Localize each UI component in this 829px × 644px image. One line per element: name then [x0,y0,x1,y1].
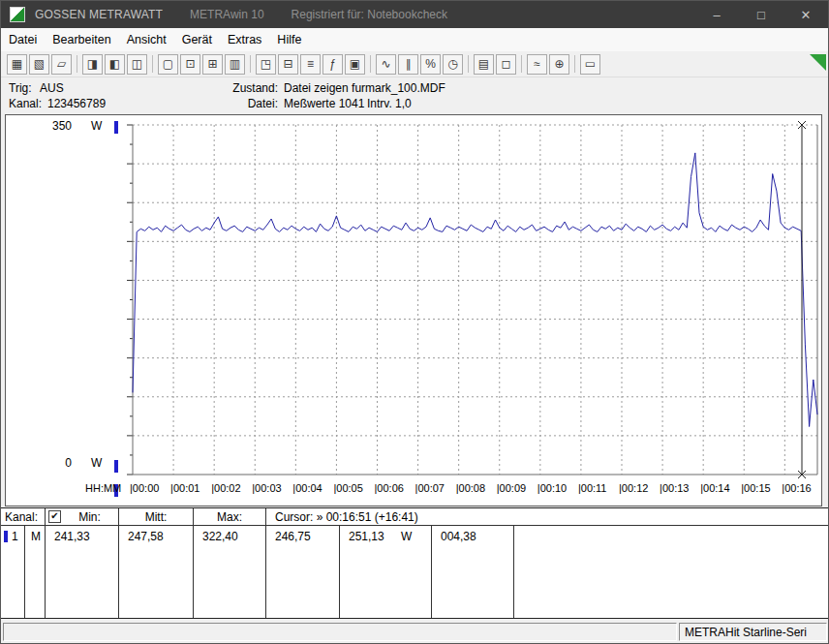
transfer-page-icon[interactable]: ◫ [127,54,147,75]
zoom-signal-icon[interactable]: ≈ [527,54,547,75]
connection-status-triangle-icon [810,54,826,71]
chart-panel: 350 W 0 W HH:MM |00:00|00:01|00:02|00:03… [5,114,822,506]
multimeter-icon[interactable]: ⊡ [180,54,200,75]
x-tick-label: |00:00 [130,482,159,494]
timer-icon[interactable]: ◷ [443,54,463,75]
app-title: METRAwin 10 [190,8,263,21]
comment-icon[interactable]: ▭ [580,54,600,75]
function-icon[interactable]: ƒ [322,54,343,75]
kanal-value: 123456789 [47,97,106,110]
print-icon[interactable]: ▤ [474,54,494,75]
table-view-icon[interactable]: ⊞ [202,54,223,75]
toolbar: ▦▧▱◨◧◫▢⊡⊞▥◳⊟≡ƒ▣∿∥%◷▤◻≈⊕▭ [1,51,828,77]
x-tick-label: |00:12 [619,482,648,494]
interval-value: Intrv. 1,0 [367,97,412,110]
monitor-live-icon[interactable]: ▣ [345,54,365,75]
app-icon [10,7,25,22]
x-tick-label: |00:09 [497,482,526,494]
minimize-button[interactable]: – [694,1,739,28]
x-tick-label: |00:07 [415,482,445,494]
maximize-button[interactable]: □ [739,1,783,28]
min-header-label: Min: [78,510,101,524]
datei-value: Meßwerte 1041 [284,97,364,110]
max-value-cell: 322,40 [194,526,266,618]
power-trace [133,153,817,427]
zoom-icon[interactable]: ⊕ [549,54,569,75]
menu-item-bearbeiten[interactable]: Bearbeiten [45,30,118,49]
kanal-label: Kanal: [9,97,42,110]
menu-item-extras[interactable]: Extras [220,30,269,49]
mitt-value-cell: 247,58 [119,526,194,618]
cursor2-value-cell: 251,13 W [340,526,432,618]
export-page-icon[interactable]: ◨ [82,54,103,75]
delta-value-cell: 004,38 [432,526,514,618]
info-strip: Trig: AUS Kanal: 123456789 Zustand: Date… [1,77,828,114]
statusbar-device-name: METRAHit Starline-Seri [679,623,827,641]
trig-label: Trig: [9,81,32,95]
channel-color-marker [4,531,8,542]
toolbar-separator [77,55,77,73]
channel-number: 1 [12,530,18,543]
zustand-value: Datei zeigen furmark_100.MDF [284,81,445,95]
x-axis-title: HH:MM [85,482,121,494]
metrawin-window: GOSSEN METRAWATT METRAwin 10 Registriert… [0,0,829,644]
empty-cell [514,526,829,618]
print-preview-icon[interactable]: ◻ [496,54,516,75]
menu-item-hilfe[interactable]: Hilfe [269,30,309,49]
device-config-icon[interactable]: ⊟ [278,54,298,75]
menu-item-ansicht[interactable]: Ansicht [119,30,174,49]
x-tick-label: |00:03 [252,482,281,494]
datei-label: Datei: [222,97,278,110]
table-header-min: ✔ Min: [46,508,119,526]
tolerance-icon[interactable]: ∿ [376,54,396,75]
trig-value: AUS [40,81,64,95]
display-values-icon[interactable]: ▢ [158,54,178,75]
menu-item-datei[interactable]: Datei [1,30,45,49]
save-as-icon[interactable]: ▧ [29,54,49,75]
toolbar-separator [152,55,153,73]
channel-mode-cell: M [25,526,46,618]
results-table: Kanal: ✔ Min: Mitt: Max: Cursor: » 00:16… [1,507,829,619]
toolbar-separator [468,55,469,73]
cursor1-value-cell: 246,75 [266,526,340,618]
title-bar: GOSSEN METRAWATT METRAwin 10 Registriert… [1,1,828,28]
table-header-mitt: Mitt: [119,508,194,526]
chart-view-icon[interactable]: ◳ [256,54,276,75]
ruler-icon[interactable]: ∥ [398,54,418,75]
statusbar-message-area [3,623,677,641]
table-header-kanal: Kanal: [1,508,46,526]
close-button[interactable]: ✕ [783,1,828,28]
x-tick-label: |00:10 [537,482,567,494]
menu-bar: DateiBearbeitenAnsichtGerätExtrasHilfe [1,28,828,52]
value-list-icon[interactable]: ≡ [300,54,321,75]
zustand-label: Zustand: [222,81,278,95]
import-page-icon[interactable]: ◧ [105,54,125,75]
status-bar: METRAHit Starline-Seri [1,621,829,643]
toolbar-separator [574,55,575,73]
percent-icon[interactable]: % [420,54,441,75]
registration-text: Registriert für: Notebookcheck [292,8,447,21]
x-tick-label: |00:15 [741,482,770,494]
min-value-cell: 241,33 [46,526,119,618]
window-controls: – □ ✕ [694,1,828,28]
toolbar-separator [521,55,522,73]
x-tick-label: |00:02 [211,482,240,494]
channel-id-cell: 1 [1,526,25,618]
channel-checkbox[interactable]: ✔ [48,510,61,523]
chart-svg [6,115,821,506]
x-tick-label: |00:08 [456,482,485,494]
cursor2-unit: W [401,530,412,543]
x-tick-label: |00:01 [170,482,200,494]
x-tick-label: |00:11 [578,482,607,494]
toolbar-separator [250,55,251,73]
save-icon[interactable]: ▦ [7,54,27,75]
x-tick-label: |00:05 [333,482,362,494]
table-header-cursor: Cursor: » 00:16:51 (+16:41) [266,508,829,526]
histogram-icon[interactable]: ▥ [225,54,245,75]
open-file-icon[interactable]: ▱ [51,54,72,75]
x-tick-label: |00:04 [292,482,322,494]
brand-text: GOSSEN METRAWATT [35,8,163,21]
menu-item-gert[interactable]: Gerät [174,30,220,49]
x-tick-label: |00:16 [782,482,811,494]
toolbar-separator [370,55,371,73]
